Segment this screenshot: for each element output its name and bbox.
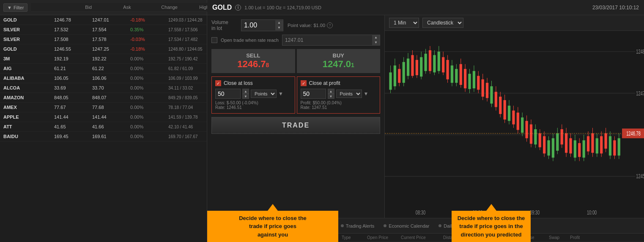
tab-economic-calendar[interactable]: Economic Calendar	[379, 222, 433, 230]
rate-input[interactable]	[282, 36, 372, 44]
sell-price-sub: 8	[266, 62, 269, 68]
sell-price: 1246.78	[215, 59, 292, 70]
market-bid: 141.44	[54, 114, 92, 120]
market-ask: 848.07	[92, 95, 130, 100]
tab-open-trades-0[interactable]: Open Trades (0)	[211, 221, 258, 231]
market-change: 0.00%	[130, 124, 168, 129]
buy-button[interactable]: BUY 1247.01	[297, 49, 381, 73]
tab-dot	[438, 224, 441, 227]
market-symbol: BAIDU	[3, 134, 54, 139]
svg-text:10:00: 10:00	[587, 209, 597, 216]
close-loss-type-select[interactable]: Points USD	[251, 90, 277, 98]
rate-down-button[interactable]: ▼	[372, 40, 380, 45]
trade-button-wrap: TRADE	[211, 117, 380, 134]
main-content: Volumein lot ▲ ▼ Point value: $1.00 ?	[207, 15, 644, 218]
filter-button[interactable]: ▼ Filter	[3, 3, 27, 12]
close-loss-checkbox[interactable]: ✓	[215, 80, 221, 86]
right-panel: GOLD i 1.00 Lot = 100 Oz = 124,719.00 US…	[207, 0, 644, 242]
close-loss-input-row: ▲ ▼ Points USD ▼	[215, 89, 291, 99]
market-symbol: APPLE	[3, 114, 54, 120]
chart-toolbar: 1 Min 5 Min 15 Min 1 Hour Candlestick Li…	[385, 15, 644, 31]
close-loss-up[interactable]: ▲	[242, 89, 249, 94]
trade-col-header: Open Price	[367, 235, 401, 240]
instrument-info: GOLD i 1.00 Lot = 100 Oz = 124,719.00 US…	[212, 4, 321, 11]
market-row[interactable]: SILVER 17.532 17.554 0.35% 17.558 / 17.5…	[0, 25, 207, 35]
tab-trading-alerts[interactable]: Trading Alerts	[337, 222, 378, 230]
tab-daily-market-update[interactable]: Daily Market Update	[434, 222, 490, 230]
market-row[interactable]: BAIDU 169.45 169.61 0.00% 169.70 / 167.6…	[0, 132, 207, 141]
market-symbol: ALIBABA	[3, 76, 54, 81]
market-row[interactable]: ALIBABA 106.05 106.06 0.00% 106.09 / 103…	[0, 73, 207, 83]
top-bar: GOLD i 1.00 Lot = 100 Oz = 124,719.00 US…	[207, 0, 644, 15]
close-profit-up[interactable]: ▲	[328, 89, 334, 94]
instrument-info-icon[interactable]: i	[235, 5, 241, 11]
point-value: Point value: $1.00 ?	[288, 22, 333, 28]
close-profit-dropdown-arrow: ▼	[364, 91, 369, 97]
market-symbol: ALCOA	[3, 85, 54, 90]
volume-up-button[interactable]: ▲	[275, 20, 283, 25]
close-loss-dropdown-arrow: ▼	[278, 91, 283, 97]
close-profit-down[interactable]: ▼	[328, 94, 334, 99]
trade-button[interactable]: TRADE	[211, 117, 380, 134]
market-highlow: 34.11 / 33.02	[168, 86, 203, 90]
buy-price: 1247.01	[300, 59, 377, 70]
close-loss-down[interactable]: ▼	[242, 94, 249, 99]
market-ask: 61.22	[92, 66, 130, 71]
trade-col-header: Close	[523, 235, 549, 240]
volume-input[interactable]	[241, 20, 275, 31]
chart-type-select[interactable]: Candlestick Line Bar	[422, 18, 463, 28]
market-row[interactable]: 3M 192.19 192.22 0.00% 192.75 / 190.42	[0, 54, 207, 64]
close-profit-checkbox[interactable]: ✓	[301, 80, 307, 86]
market-ask: 1247.01	[92, 17, 130, 22]
rate-reach-label: Open trade when rate reach	[221, 38, 279, 43]
market-bid: 33.69	[54, 85, 92, 90]
market-row[interactable]: ALCOA 33.69 33.70 0.00% 34.11 / 33.02	[0, 83, 207, 93]
tab-trade-history[interactable]: Trade History	[294, 222, 336, 230]
market-highlow: 106.09 / 103.99	[168, 76, 203, 81]
market-highlow: 849.29 / 839.05	[168, 95, 203, 100]
market-row[interactable]: APPLE 141.44 141.44 0.00% 141.59 / 139.7…	[0, 112, 207, 122]
col-symbol	[34, 5, 85, 10]
market-highlow: 1249.03 / 1244.28	[168, 18, 203, 22]
market-row[interactable]: ATT 41.65 41.66 0.00% 42.10 / 41.46	[0, 122, 207, 132]
timeframe-select[interactable]: 1 Min 5 Min 15 Min 1 Hour	[389, 18, 419, 28]
close-profit-input[interactable]	[301, 89, 326, 99]
volume-row: Volumein lot ▲ ▼ Point value: $1.00 ?	[211, 19, 380, 31]
market-row[interactable]: AMAZON 848.05 848.07 0.00% 849.29 / 839.…	[0, 93, 207, 103]
market-row[interactable]: AMEX 77.67 77.68 0.00% 78.18 / 77.04	[0, 103, 207, 112]
market-change: 0.00%	[130, 76, 168, 81]
trade-col-header: Stop Loss / Take Profit	[473, 235, 523, 240]
market-change: 0.00%	[130, 56, 168, 61]
tab-orders-0[interactable]: Orders (0)	[259, 222, 293, 230]
market-row[interactable]: AIG 61.21 61.22 0.00% 61.82 / 61.09	[0, 64, 207, 73]
rate-reach-checkbox[interactable]	[211, 37, 217, 43]
close-profit-amount: Profit: $50.00 (0.04%)	[301, 101, 377, 105]
instrument-name: GOLD	[212, 4, 232, 11]
market-bid: 848.05	[54, 95, 92, 100]
market-row[interactable]: GOLD 1246.55 1247.25 -0.18% 1248.80 / 12…	[0, 44, 207, 54]
rate-up-button[interactable]: ▲	[372, 35, 380, 40]
close-loss-input[interactable]	[215, 89, 241, 99]
close-profit-type-select[interactable]: Points USD	[336, 90, 362, 98]
close-profit-input-row: ▲ ▼ Points USD ▼	[301, 89, 377, 99]
market-change: 0.35%	[130, 27, 168, 32]
market-highlow: 1248.80 / 1244.05	[168, 47, 203, 52]
market-bid: 1246.55	[54, 46, 92, 52]
market-symbol: SILVER	[3, 37, 54, 42]
market-change: -0.18%	[130, 46, 168, 52]
market-row[interactable]: GOLD 1246.78 1247.01 -0.18% 1249.03 / 12…	[0, 15, 207, 25]
market-highlow: 192.75 / 190.42	[168, 57, 203, 61]
point-value-help-icon[interactable]: ?	[327, 22, 333, 28]
svg-text:1248.00: 1248.00	[636, 48, 644, 55]
market-bid: 1246.78	[54, 17, 92, 22]
market-rows-container: GOLD 1246.78 1247.01 -0.18% 1249.03 / 12…	[0, 15, 207, 242]
volume-down-button[interactable]: ▼	[275, 25, 283, 30]
trade-col-header: Swap	[549, 235, 570, 240]
sell-button[interactable]: SELL 1246.78	[211, 49, 295, 73]
market-bid: 17.532	[54, 27, 92, 32]
tab-label: Trade History	[304, 223, 332, 228]
tab-label: Orders (0)	[268, 223, 289, 228]
market-highlow: 61.82 / 61.09	[168, 66, 203, 71]
close-loss-spinner: ▲ ▼	[242, 89, 249, 99]
market-row[interactable]: SILVER 17.508 17.578 -0.03% 17.534 / 17.…	[0, 35, 207, 44]
